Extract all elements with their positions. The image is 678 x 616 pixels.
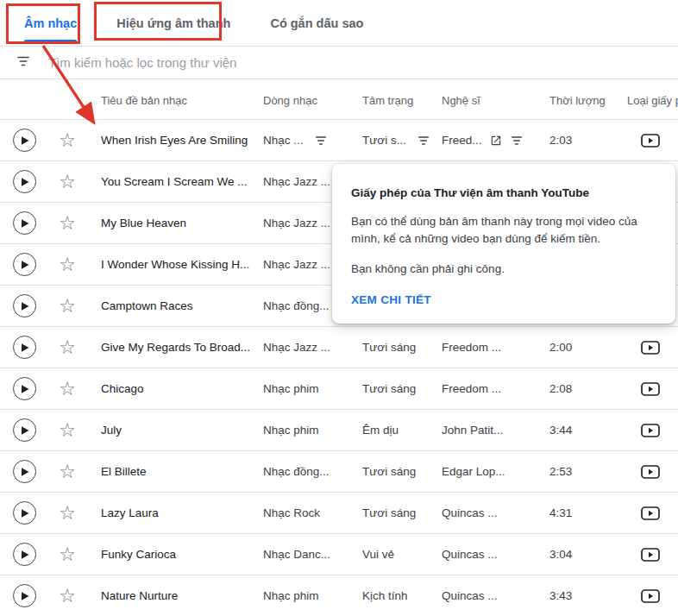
- track-genre: Nhạc phim: [263, 424, 319, 437]
- play-button[interactable]: [13, 211, 36, 235]
- track-mood: Kịch tính: [362, 589, 408, 602]
- table-row[interactable]: ☆ July Nhạc phim Êm dịu John Patit...: [0, 410, 678, 451]
- tab-sound-effects[interactable]: Hiệu ứng âm thanh: [116, 0, 230, 46]
- track-duration: 3:04: [549, 548, 572, 561]
- star-icon[interactable]: ☆: [59, 462, 76, 481]
- filter-mood-icon[interactable]: [417, 134, 430, 148]
- license-icon[interactable]: [641, 548, 660, 562]
- play-button[interactable]: [13, 377, 36, 400]
- track-title: Give My Regards To Broad...: [101, 341, 250, 354]
- play-cell: [0, 294, 48, 317]
- license-cell: [623, 465, 678, 479]
- star-icon[interactable]: ☆: [59, 380, 76, 399]
- table-row[interactable]: ☆ Nature Nurture Nhạc phim Kịch tính Qui…: [0, 575, 678, 616]
- tab-starred[interactable]: Có gắn dấu sao: [270, 0, 363, 46]
- play-button[interactable]: [13, 543, 36, 566]
- track-mood: Tươi sáng: [362, 465, 416, 478]
- track-title: El Billete: [101, 465, 147, 478]
- column-header-mood: Tâm trạng: [358, 92, 437, 107]
- tooltip-body-2: Bạn không cần phải ghi công.: [351, 261, 655, 278]
- star-cell: ☆: [48, 214, 86, 233]
- track-duration: 4:31: [549, 506, 572, 519]
- header-spacer-star: [48, 98, 86, 100]
- track-mood: Tươi s...: [362, 134, 406, 147]
- search-input[interactable]: [48, 55, 662, 70]
- play-button[interactable]: [13, 336, 36, 359]
- license-icon[interactable]: [641, 341, 660, 355]
- star-icon[interactable]: ☆: [59, 587, 76, 606]
- play-button[interactable]: [13, 584, 36, 607]
- table-row[interactable]: ☆ Lazy Laura Nhạc Rock Tươi sáng Quincas…: [0, 493, 678, 534]
- search-bar: [0, 47, 678, 79]
- tab-music[interactable]: Âm nhạc: [24, 0, 77, 46]
- filter-genre-icon[interactable]: [314, 134, 328, 148]
- star-icon[interactable]: ☆: [59, 255, 76, 274]
- track-genre: Nhạc Danc...: [263, 548, 330, 561]
- play-button[interactable]: [13, 253, 36, 276]
- play-button[interactable]: [13, 294, 36, 317]
- play-button[interactable]: [13, 460, 36, 483]
- tab-music-label: Âm nhạc: [24, 16, 77, 30]
- star-icon[interactable]: ☆: [59, 421, 76, 440]
- track-mood: Tươi sáng: [362, 506, 416, 519]
- license-cell: [623, 506, 678, 520]
- star-icon[interactable]: ☆: [59, 504, 76, 523]
- license-icon[interactable]: [641, 465, 660, 479]
- track-duration: 2:53: [549, 465, 572, 478]
- column-header-artist: Nghệ sĩ: [437, 92, 545, 107]
- view-details-link[interactable]: XEM CHI TIẾT: [351, 293, 431, 306]
- track-artist: Quincas ...: [442, 506, 498, 519]
- audio-library-page: Âm nhạc Hiệu ứng âm thanh Có gắn dấu sao…: [0, 0, 678, 616]
- header-spacer-play: [0, 98, 48, 100]
- play-button[interactable]: [13, 129, 36, 152]
- table-row[interactable]: ☆ When Irish Eyes Are Smiling Nhạc ... T…: [0, 120, 678, 161]
- star-icon[interactable]: ☆: [59, 214, 76, 233]
- star-cell: ☆: [48, 173, 86, 192]
- track-artist: Freed...: [442, 134, 482, 147]
- track-artist: Freedom ...: [442, 341, 501, 354]
- track-artist: Quincas ...: [442, 548, 498, 561]
- open-in-new-icon[interactable]: [490, 135, 502, 147]
- play-button[interactable]: [13, 418, 36, 442]
- tab-bar: Âm nhạc Hiệu ứng âm thanh Có gắn dấu sao: [0, 0, 678, 47]
- star-cell: ☆: [48, 297, 86, 316]
- star-icon[interactable]: ☆: [59, 545, 76, 564]
- star-icon[interactable]: ☆: [59, 173, 76, 192]
- track-mood: Êm dịu: [362, 424, 399, 437]
- play-button[interactable]: [13, 501, 36, 525]
- track-mood: Tươi sáng: [362, 382, 416, 395]
- track-genre: Nhạc Rock: [263, 506, 320, 519]
- star-cell: ☆: [48, 504, 86, 523]
- track-genre: Nhạc đồng...: [263, 299, 330, 312]
- license-icon[interactable]: [641, 382, 660, 396]
- license-icon[interactable]: [641, 589, 660, 603]
- table-row[interactable]: ☆ Chicago Nhạc phim Tươi sáng Freedom ..…: [0, 368, 678, 410]
- license-cell: [623, 382, 678, 396]
- license-icon[interactable]: [641, 424, 660, 437]
- tooltip-title: Giấy phép của Thư viện âm thanh YouTube: [351, 186, 655, 199]
- track-title: When Irish Eyes Are Smiling: [101, 134, 248, 147]
- table-row[interactable]: ☆ El Billete Nhạc đồng... Tươi sáng Edga…: [0, 451, 678, 493]
- filter-artist-icon[interactable]: [510, 134, 524, 148]
- play-cell: [0, 501, 48, 525]
- track-title: Chicago: [101, 382, 144, 395]
- track-title: July: [101, 424, 122, 437]
- track-mood: Tươi sáng: [362, 341, 416, 354]
- column-header-duration: Thời lượng: [545, 92, 623, 107]
- license-icon[interactable]: [641, 506, 660, 520]
- track-duration: 2:00: [549, 341, 572, 354]
- filter-list-icon[interactable]: [16, 53, 31, 72]
- tooltip-body-1: Bạn có thể dùng bản âm thanh này trong m…: [351, 213, 655, 248]
- play-button[interactable]: [13, 170, 36, 193]
- track-title: Funky Carioca: [101, 548, 176, 561]
- star-icon[interactable]: ☆: [59, 131, 76, 150]
- license-icon[interactable]: [641, 134, 660, 148]
- track-title: Camptown Races: [101, 299, 193, 312]
- star-icon[interactable]: ☆: [59, 338, 76, 357]
- star-icon[interactable]: ☆: [59, 297, 76, 316]
- table-row[interactable]: ☆ Funky Carioca Nhạc Danc... Vui vẻ Quin…: [0, 534, 678, 575]
- column-header-genre: Dòng nhạc: [259, 92, 358, 107]
- table-row[interactable]: ☆ Give My Regards To Broad... Nhạc Jazz …: [0, 327, 678, 368]
- track-duration: 3:44: [549, 424, 572, 437]
- play-cell: [0, 129, 48, 152]
